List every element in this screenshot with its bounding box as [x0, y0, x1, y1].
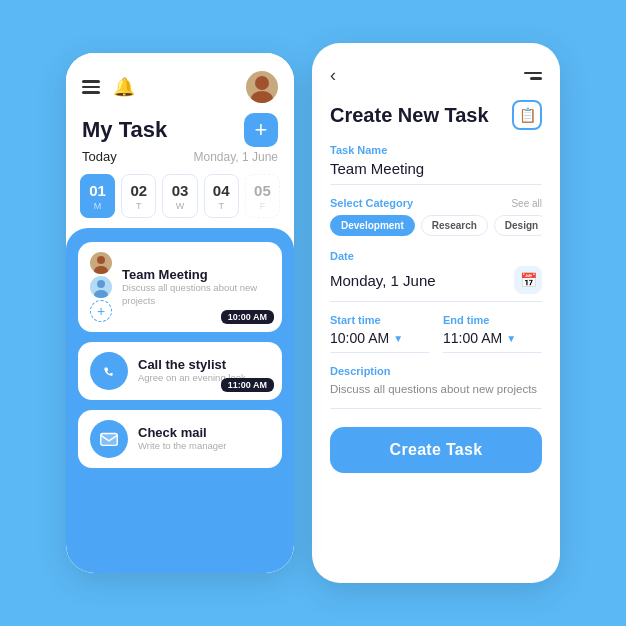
hamburger-icon[interactable]	[82, 80, 100, 94]
avatar-add[interactable]: +	[90, 300, 112, 322]
day-number: 01	[89, 182, 106, 199]
svg-point-5	[94, 290, 108, 298]
task-desc: Write to the manager	[138, 440, 270, 452]
day-number: 02	[130, 182, 147, 199]
chip-development[interactable]: Development	[330, 215, 415, 236]
chevron-down-icon: ▼	[506, 333, 516, 344]
task-name-label: Task Name	[330, 144, 542, 156]
task-time: 10:00 AM	[221, 310, 274, 324]
calendar-icon[interactable]: 📅	[514, 266, 542, 294]
add-button[interactable]: +	[244, 113, 278, 147]
avatar[interactable]	[246, 71, 278, 103]
calendar-day-5[interactable]: 05 F	[245, 174, 280, 218]
task-card-check-mail[interactable]: Check mail Write to the manager	[78, 410, 282, 468]
start-time-block: Start time 10:00 AM ▼	[330, 314, 429, 353]
svg-point-2	[97, 256, 105, 264]
day-letter: M	[94, 201, 102, 211]
menu-icon[interactable]	[524, 72, 542, 80]
bell-icon[interactable]: 🔔	[113, 76, 135, 98]
avatar-1	[90, 252, 112, 274]
category-chips: Development Research Design Backend	[330, 215, 542, 236]
screen2-create-task: ‹ Create New Task 📋 Task Name Team Meeti…	[312, 43, 560, 583]
day-letter: T	[136, 201, 142, 211]
chevron-down-icon: ▼	[393, 333, 403, 344]
mail-icon-wrap	[90, 420, 128, 458]
date-row: Monday, 1 June 📅	[330, 266, 542, 302]
category-label: Select Category	[330, 197, 413, 209]
day-letter: F	[260, 201, 266, 211]
screen1-my-task: 🔔 My Task + Today Monday, 1 June	[66, 53, 294, 573]
today-label: Today	[82, 149, 117, 164]
screens-container: 🔔 My Task + Today Monday, 1 June	[66, 43, 560, 583]
calendar-day-1[interactable]: 01 M	[80, 174, 115, 218]
back-button[interactable]: ‹	[330, 65, 336, 86]
chip-design[interactable]: Design	[494, 215, 542, 236]
date-value[interactable]: Monday, 1 June	[330, 272, 436, 289]
description-value[interactable]: Discuss all questions about new projects	[330, 381, 542, 409]
category-header: Select Category See all	[330, 197, 542, 209]
start-time-field[interactable]: 10:00 AM ▼	[330, 330, 429, 353]
mail-icon	[98, 428, 120, 450]
chip-research[interactable]: Research	[421, 215, 488, 236]
screen1-header: 🔔 My Task + Today Monday, 1 June	[66, 53, 294, 174]
day-letter: W	[176, 201, 185, 211]
date-label: Date	[330, 250, 542, 262]
description-label: Description	[330, 365, 542, 377]
day-number: 05	[254, 182, 271, 199]
tasks-section: + Team Meeting Discuss all questions abo…	[66, 228, 294, 573]
create-task-button[interactable]: Create Task	[330, 427, 542, 473]
title-row: My Task +	[82, 113, 278, 147]
avatar-2	[90, 276, 112, 298]
svg-point-4	[97, 280, 105, 288]
task-card-team-meeting[interactable]: + Team Meeting Discuss all questions abo…	[78, 242, 282, 332]
phone-icon	[98, 360, 120, 382]
end-time-field[interactable]: 11:00 AM ▼	[443, 330, 542, 353]
task-time: 11:00 AM	[221, 378, 274, 392]
screen2-top-bar: ‹	[330, 65, 542, 86]
svg-point-0	[255, 76, 269, 90]
day-number: 03	[172, 182, 189, 199]
screen2-title: Create New Task 📋	[330, 100, 542, 130]
task-info: Team Meeting Discuss all questions about…	[122, 267, 270, 307]
end-time-block: End time 11:00 AM ▼	[443, 314, 542, 353]
current-date: Monday, 1 June	[194, 150, 279, 164]
start-time-label: Start time	[330, 314, 429, 326]
task-desc: Discuss all questions about new projects	[122, 282, 270, 307]
svg-point-1	[251, 91, 273, 103]
see-all-link[interactable]: See all	[511, 198, 542, 209]
calendar-strip: 01 M 02 T 03 W 04 T 05 F	[66, 174, 294, 228]
task-avatars: +	[90, 252, 112, 322]
calendar-day-3[interactable]: 03 W	[162, 174, 197, 218]
day-letter: T	[218, 201, 224, 211]
task-card-call-stylist[interactable]: Call the stylist Agree on an evening loo…	[78, 342, 282, 400]
top-bar: 🔔	[82, 71, 278, 103]
clipboard-icon: 📋	[512, 100, 542, 130]
screen1-title: My Task	[82, 117, 167, 143]
calendar-day-4[interactable]: 04 T	[204, 174, 239, 218]
end-time-label: End time	[443, 314, 542, 326]
calendar-day-2[interactable]: 02 T	[121, 174, 156, 218]
task-name: Call the stylist	[138, 357, 270, 372]
day-number: 04	[213, 182, 230, 199]
date-row: Today Monday, 1 June	[82, 149, 278, 164]
task-name: Team Meeting	[122, 267, 270, 282]
end-time-value: 11:00 AM	[443, 330, 502, 346]
start-time-value: 10:00 AM	[330, 330, 389, 346]
phone-icon-wrap	[90, 352, 128, 390]
task-name: Check mail	[138, 425, 270, 440]
time-row: Start time 10:00 AM ▼ End time 11:00 AM …	[330, 314, 542, 353]
task-info: Check mail Write to the manager	[138, 425, 270, 452]
svg-rect-7	[101, 434, 118, 446]
svg-point-3	[94, 266, 108, 274]
task-name-field[interactable]: Team Meeting	[330, 160, 542, 185]
